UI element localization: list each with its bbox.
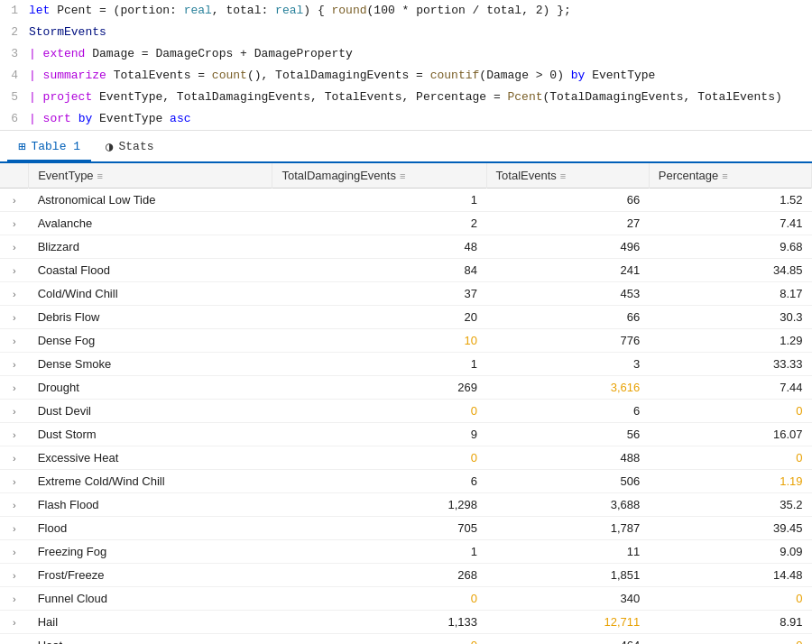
row-expand-btn[interactable]: › xyxy=(0,587,29,611)
cell-totaldamaging: 1 xyxy=(272,189,486,212)
cell-eventtype: Excessive Heat xyxy=(29,446,272,470)
cell-percentage: 7.44 xyxy=(649,376,811,400)
table-row[interactable]: ›Heat04640 xyxy=(0,634,812,645)
row-expand-btn[interactable]: › xyxy=(0,259,29,282)
table-row[interactable]: ›Drought2693,6167.44 xyxy=(0,376,812,400)
chevron-right-icon[interactable]: › xyxy=(9,545,20,559)
cell-totaldamaging: 0 xyxy=(272,634,486,645)
cell-totaldamaging: 0 xyxy=(272,587,486,611)
chevron-right-icon[interactable]: › xyxy=(9,451,20,465)
sort-icon-percentage: ≡ xyxy=(722,170,727,181)
table-row[interactable]: ›Blizzard484969.68 xyxy=(0,235,812,259)
row-expand-btn[interactable]: › xyxy=(0,423,29,446)
table-row[interactable]: ›Flash Flood1,2983,68835.2 xyxy=(0,493,812,517)
code-line-6: 6| sort by EventType asc xyxy=(0,108,812,130)
chevron-right-icon[interactable]: › xyxy=(9,404,20,419)
chevron-right-icon[interactable]: › xyxy=(9,568,20,583)
cell-totaldamaging: 84 xyxy=(272,259,486,282)
chevron-right-icon[interactable]: › xyxy=(9,615,20,630)
row-expand-btn[interactable]: › xyxy=(0,212,29,235)
col-header-totalevents[interactable]: TotalEvents ≡ xyxy=(486,163,649,189)
cell-eventtype: Dense Fog xyxy=(29,329,272,353)
table-row[interactable]: ›Cold/Wind Chill374538.17 xyxy=(0,282,812,306)
table-header-row: EventType ≡ TotalDamagingEvents ≡ TotalE… xyxy=(0,163,812,189)
code-line-4: 4| summarize TotalEvents = count(), Tota… xyxy=(0,65,812,87)
chevron-right-icon[interactable]: › xyxy=(9,474,20,489)
chevron-right-icon[interactable]: › xyxy=(9,287,20,301)
chevron-right-icon[interactable]: › xyxy=(9,639,20,644)
chevron-right-icon[interactable]: › xyxy=(9,498,20,512)
row-expand-btn[interactable]: › xyxy=(0,517,29,540)
cell-eventtype: Freezing Fog xyxy=(29,540,272,564)
table-row[interactable]: ›Freezing Fog1119.09 xyxy=(0,540,812,564)
cell-totalevents: 3 xyxy=(486,353,649,376)
cell-totaldamaging: 9 xyxy=(272,423,486,446)
sort-icon-totaldamaging: ≡ xyxy=(400,170,405,181)
cell-totalevents: 1,851 xyxy=(486,564,649,587)
table-row[interactable]: ›Hail1,13312,7118.91 xyxy=(0,611,812,634)
row-expand-btn[interactable]: › xyxy=(0,235,29,259)
code-content: | extend Damage = DamageCrops + DamagePr… xyxy=(29,44,812,64)
sort-icon-totalevents: ≡ xyxy=(560,170,566,181)
cell-percentage: 0 xyxy=(649,400,811,423)
row-expand-btn[interactable]: › xyxy=(0,564,29,587)
row-expand-btn[interactable]: › xyxy=(0,540,29,564)
tab-stats[interactable]: ◑ Stats xyxy=(95,133,164,161)
row-expand-btn[interactable]: › xyxy=(0,470,29,493)
row-expand-btn[interactable]: › xyxy=(0,353,29,376)
table-row[interactable]: ›Flood7051,78739.45 xyxy=(0,517,812,540)
chevron-right-icon[interactable]: › xyxy=(9,334,20,348)
cell-eventtype: Blizzard xyxy=(29,235,272,259)
cell-totalevents: 66 xyxy=(486,306,649,329)
cell-totaldamaging: 705 xyxy=(272,517,486,540)
table-row[interactable]: ›Debris Flow206630.3 xyxy=(0,306,812,329)
col-header-totaldamaging[interactable]: TotalDamagingEvents ≡ xyxy=(272,163,486,189)
row-expand-btn[interactable]: › xyxy=(0,376,29,400)
row-expand-btn[interactable]: › xyxy=(0,282,29,306)
cell-totaldamaging: 1,298 xyxy=(272,493,486,517)
cell-totaldamaging: 1,133 xyxy=(272,611,486,634)
row-expand-btn[interactable]: › xyxy=(0,634,29,645)
table-row[interactable]: ›Extreme Cold/Wind Chill65061.19 xyxy=(0,470,812,493)
table-row[interactable]: ›Avalanche2277.41 xyxy=(0,212,812,235)
table-row[interactable]: ›Dust Devil060 xyxy=(0,400,812,423)
table-row[interactable]: ›Dust Storm95616.07 xyxy=(0,423,812,446)
table-row[interactable]: ›Frost/Freeze2681,85114.48 xyxy=(0,564,812,587)
row-expand-btn[interactable]: › xyxy=(0,306,29,329)
chevron-right-icon[interactable]: › xyxy=(9,193,20,207)
cell-eventtype: Dense Smoke xyxy=(29,353,272,376)
line-number: 1 xyxy=(0,4,29,17)
cell-totalevents: 776 xyxy=(486,329,649,353)
chevron-right-icon[interactable]: › xyxy=(9,216,20,231)
chevron-right-icon[interactable]: › xyxy=(9,357,20,372)
cell-totalevents: 506 xyxy=(486,470,649,493)
line-number: 6 xyxy=(0,112,29,125)
chevron-right-icon[interactable]: › xyxy=(9,240,20,254)
col-header-eventtype[interactable]: EventType ≡ xyxy=(29,163,272,189)
row-expand-btn[interactable]: › xyxy=(0,329,29,353)
chevron-right-icon[interactable]: › xyxy=(9,521,20,536)
code-content: | summarize TotalEvents = count(), Total… xyxy=(29,66,812,86)
cell-totalevents: 3,688 xyxy=(486,493,649,517)
table-row[interactable]: ›Coastal Flood8424134.85 xyxy=(0,259,812,282)
cell-eventtype: Flash Flood xyxy=(29,493,272,517)
row-expand-btn[interactable]: › xyxy=(0,446,29,470)
col-header-percentage[interactable]: Percentage ≡ xyxy=(649,163,811,189)
table-row[interactable]: ›Dense Fog107761.29 xyxy=(0,329,812,353)
chevron-right-icon[interactable]: › xyxy=(9,592,20,606)
chevron-right-icon[interactable]: › xyxy=(9,428,20,442)
tab-table1[interactable]: ⊞ Table 1 xyxy=(7,133,91,161)
line-number: 2 xyxy=(0,25,29,39)
chevron-right-icon[interactable]: › xyxy=(9,310,20,325)
chevron-right-icon[interactable]: › xyxy=(9,263,20,278)
row-expand-btn[interactable]: › xyxy=(0,493,29,517)
table-row[interactable]: ›Excessive Heat04880 xyxy=(0,446,812,470)
table-row[interactable]: ›Dense Smoke1333.33 xyxy=(0,353,812,376)
row-expand-btn[interactable]: › xyxy=(0,189,29,212)
row-expand-btn[interactable]: › xyxy=(0,400,29,423)
chevron-right-icon[interactable]: › xyxy=(9,381,20,395)
cell-totalevents: 464 xyxy=(486,634,649,645)
row-expand-btn[interactable]: › xyxy=(0,611,29,634)
table-row[interactable]: ›Astronomical Low Tide1661.52 xyxy=(0,189,812,212)
table-row[interactable]: ›Funnel Cloud03400 xyxy=(0,587,812,611)
